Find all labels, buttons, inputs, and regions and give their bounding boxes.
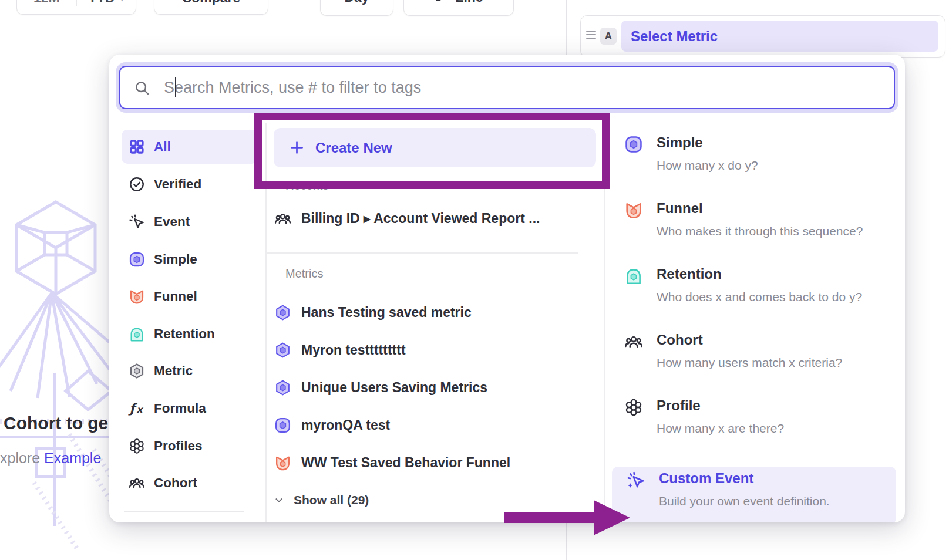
saved-metric-hexagon-icon [274, 341, 292, 359]
sidebar-item-event[interactable]: Event [122, 205, 258, 239]
profiles-cluster-icon [128, 437, 146, 455]
sidebar-item-profiles[interactable]: Profiles [122, 429, 258, 463]
recents-header: Recents [285, 179, 328, 193]
funnel-icon [624, 200, 644, 220]
sidebar-item-tags[interactable]: Tags [122, 518, 258, 522]
option-profile[interactable]: Profile How many x are there? [610, 394, 897, 449]
option-custom-event[interactable]: Custom Event Build your own event defini… [612, 467, 896, 522]
option-retention[interactable]: Retention Who does x and comes back to d… [610, 262, 897, 318]
select-metric-dialog: All Verified Event Simple Funnel [109, 55, 905, 522]
text-caret [175, 77, 176, 97]
saved-metric-hexagon-icon [274, 379, 292, 397]
sidebar-item-cohort[interactable]: Cohort [122, 466, 258, 500]
metric-item[interactable]: myronQA test [274, 409, 591, 441]
date-range-segmented-control[interactable]: 12M YTD ▾ [16, 0, 136, 15]
recents-metrics-divider [267, 252, 578, 254]
chart-type-line-button[interactable]: Line [403, 0, 514, 16]
sidebar-item-simple[interactable]: Simple [122, 242, 258, 276]
profiles-cluster-icon [624, 397, 644, 417]
simple-metric-icon [128, 251, 146, 268]
cohort-people-icon [624, 332, 644, 352]
option-funnel[interactable]: Funnel Who makes it through this sequenc… [610, 197, 897, 252]
funnel-icon [274, 454, 292, 472]
create-new-button[interactable]: Create New [274, 128, 596, 167]
plus-icon [289, 140, 305, 156]
sidebar-item-metric[interactable]: Metric [122, 354, 258, 388]
empty-state-title-fragment: Cohort to ge [4, 413, 110, 433]
cohort-people-icon [274, 210, 292, 228]
saved-metric-hexagon-icon [274, 303, 292, 322]
column-divider-right [604, 123, 605, 522]
cohort-people-icon [128, 474, 146, 492]
sidebar-item-verified[interactable]: Verified [122, 167, 258, 201]
range-ytd-button[interactable]: YTD ▾ [76, 0, 136, 6]
column-divider-left [265, 123, 267, 522]
metric-hexagon-icon [128, 362, 146, 380]
sidebar-item-retention[interactable]: Retention [122, 317, 258, 351]
drag-handle-icon[interactable] [586, 31, 596, 41]
option-simple[interactable]: Simple How many x do y? [610, 131, 897, 186]
metric-item[interactable]: WW Test Saved Behavior Funnel [274, 447, 591, 478]
custom-event-cursor-icon [626, 470, 646, 490]
sidebar-divider [124, 511, 244, 512]
simple-metric-icon [274, 416, 292, 434]
recent-item-billing-id[interactable]: Billing ID ▸ Account Viewed Report ... [274, 203, 591, 234]
show-all-button[interactable]: Show all (29) [272, 487, 507, 514]
grid-all-icon [128, 138, 146, 156]
empty-state-illustration [0, 197, 112, 549]
metric-item[interactable]: Unique Users Saving Metrics [274, 372, 591, 403]
chevron-down-icon [272, 494, 285, 507]
funnel-icon [128, 288, 146, 305]
metrics-header: Metrics [285, 267, 323, 281]
verified-badge-icon [128, 176, 146, 193]
metric-item[interactable]: Hans Testing saved metric [274, 296, 591, 328]
chevron-down-icon: ▾ [120, 0, 124, 4]
metric-search-box[interactable] [119, 66, 895, 109]
sidebar-item-all[interactable]: All [122, 130, 258, 164]
select-metric-field[interactable]: Select Metric [621, 21, 938, 52]
simple-metric-icon [624, 134, 644, 154]
search-input[interactable] [163, 67, 887, 109]
range-12m-button[interactable]: 12M [17, 0, 76, 6]
example-link[interactable]: Example [44, 450, 101, 466]
search-icon [133, 79, 151, 97]
metric-picker-screen: 12M YTD ▾ Compare Day Line A Select Metr… [0, 0, 949, 560]
formula-fx-icon: ƒx [128, 400, 146, 417]
svg-text:x: x [136, 404, 143, 415]
metric-item[interactable]: Myron testtttttttt [274, 334, 591, 366]
sidebar-item-formula[interactable]: ƒx Formula [122, 392, 258, 426]
option-cohort[interactable]: Cohort How many users match x criteria? [610, 328, 897, 383]
empty-state-explore-line: xplore Example [0, 450, 110, 467]
retention-icon [128, 325, 146, 343]
sidebar-item-funnel[interactable]: Funnel [122, 279, 258, 313]
series-a-badge: A [600, 28, 617, 45]
compare-button[interactable]: Compare [154, 0, 268, 15]
line-chart-icon [434, 0, 448, 5]
explore-text-fragment: xplore [0, 450, 44, 466]
retention-icon [624, 266, 644, 286]
event-cursor-icon [128, 213, 146, 231]
granularity-day-button[interactable]: Day [320, 0, 393, 16]
